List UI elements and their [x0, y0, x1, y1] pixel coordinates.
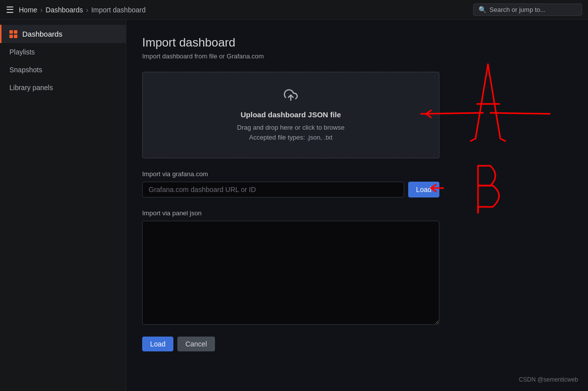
panel-json-textarea[interactable]: [142, 221, 439, 325]
sidebar-item-dashboards[interactable]: Dashboards: [0, 25, 126, 43]
upload-icon: [159, 88, 423, 105]
main-content: Import dashboard Import dashboard from f…: [126, 20, 588, 391]
breadcrumb-current: Import dashboard: [91, 6, 146, 14]
breadcrumb-sep-2: ›: [86, 6, 89, 14]
search-placeholder-text: Search or jump to...: [489, 6, 545, 13]
sidebar-item-playlists[interactable]: Playlists: [0, 43, 126, 61]
breadcrumb-home[interactable]: Home: [19, 6, 37, 14]
search-bar[interactable]: 🔍 Search or jump to...: [473, 3, 582, 16]
sidebar-dashboards-label: Dashboards: [22, 30, 62, 38]
search-icon: 🔍: [479, 6, 486, 13]
topbar-left: ☰ Home › Dashboards › Import dashboard: [6, 4, 146, 15]
grafana-load-button[interactable]: Load: [408, 182, 439, 197]
page-subtitle: Import dashboard from file or Grafana.co…: [142, 52, 572, 60]
sidebar-library-panels-label: Library panels: [9, 84, 53, 92]
sidebar-item-snapshots[interactable]: Snapshots: [0, 61, 126, 79]
upload-hint-line2: Accepted file types: .json, .txt: [159, 133, 423, 143]
upload-hint-line1: Drag and drop here or click to browse: [159, 123, 423, 133]
hamburger-menu-icon[interactable]: ☰: [6, 4, 14, 15]
breadcrumb: Home › Dashboards › Import dashboard: [19, 6, 146, 14]
panel-json-label: Import via panel json: [142, 209, 572, 217]
cancel-button[interactable]: Cancel: [177, 337, 215, 351]
bottom-buttons: Load Cancel: [142, 337, 572, 351]
page-title: Import dashboard: [142, 36, 572, 49]
load-button[interactable]: Load: [142, 337, 173, 351]
topbar-right: 🔍 Search or jump to...: [473, 3, 582, 16]
upload-title: Upload dashboard JSON file: [159, 110, 423, 119]
footer-note: CSDN @sementicweb: [519, 376, 578, 383]
breadcrumb-sep-1: ›: [40, 6, 43, 14]
grafana-url-input[interactable]: [142, 182, 404, 197]
grafana-import-row: Load: [142, 182, 439, 197]
sidebar-item-library-panels[interactable]: Library panels: [0, 79, 126, 97]
sidebar-playlists-label: Playlists: [9, 48, 35, 56]
topbar: ☰ Home › Dashboards › Import dashboard 🔍…: [0, 0, 588, 20]
dashboards-icon: [9, 30, 17, 38]
breadcrumb-dashboards[interactable]: Dashboards: [46, 6, 83, 14]
sidebar-snapshots-label: Snapshots: [9, 66, 42, 74]
sidebar: Dashboards Playlists Snapshots Library p…: [0, 20, 126, 391]
upload-drop-zone[interactable]: Upload dashboard JSON file Drag and drop…: [142, 72, 439, 158]
grafana-section-label: Import via grafana.com: [142, 170, 572, 178]
layout: Dashboards Playlists Snapshots Library p…: [0, 20, 588, 391]
